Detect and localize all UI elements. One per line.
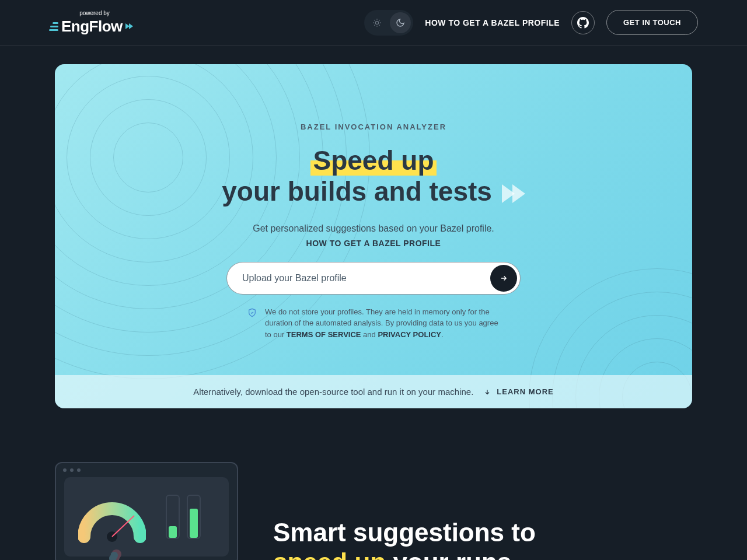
engflow-logo: EngFlow xyxy=(49,18,133,36)
logo-text: EngFlow xyxy=(61,18,123,36)
dark-mode-button[interactable] xyxy=(390,12,411,33)
disclaimer-text: We do not store your profiles. They are … xyxy=(265,306,500,341)
hero-how-to-link[interactable]: HOW TO GET A BAZEL PROFILE xyxy=(78,239,669,248)
svg-line-2 xyxy=(112,516,134,537)
logo-arrows-icon xyxy=(126,23,133,29)
suggestions-heading-block: Smart suggestions to speed up your runs xyxy=(273,462,536,560)
logo-bars-icon xyxy=(49,22,58,31)
header-nav: HOW TO GET A BAZEL PROFILE GET IN TOUCH xyxy=(364,10,698,36)
tos-link[interactable]: TERMS OF SERVICE xyxy=(287,330,361,339)
arrow-right-icon xyxy=(500,274,508,282)
suggestions-title: Smart suggestions to speed up your runs xyxy=(273,518,536,560)
github-icon xyxy=(577,17,589,29)
gauge-icon xyxy=(78,498,146,539)
site-header: powered by EngFlow HOW TO GET A BAZEL PR… xyxy=(0,0,747,46)
powered-by-label: powered by xyxy=(49,10,110,16)
upload-input[interactable]: Upload your Bazel profile xyxy=(226,262,521,295)
hero-card: BAZEL INVOCATION ANALYZER Speed up your … xyxy=(55,64,692,408)
hero-footer-text: Alternatively, download the open-source … xyxy=(193,387,473,397)
arrow-down-icon xyxy=(484,388,491,396)
disclaimer: We do not store your profiles. They are … xyxy=(226,306,521,341)
hero-eyebrow: BAZEL INVOCATION ANALYZER xyxy=(78,123,669,131)
dashboard-illustration xyxy=(55,462,238,560)
accent-text: speed up xyxy=(273,548,386,560)
github-button[interactable] xyxy=(571,11,595,34)
shield-icon xyxy=(247,307,257,318)
double-arrow-icon xyxy=(504,184,525,203)
window-titlebar xyxy=(56,463,237,477)
privacy-link[interactable]: PRIVACY POLICY xyxy=(378,330,441,339)
bars-icon xyxy=(166,495,201,539)
get-in-touch-button[interactable]: GET IN TOUCH xyxy=(606,10,698,35)
hero-title: Speed up your builds and tests xyxy=(78,145,669,207)
upload-submit-button[interactable] xyxy=(490,265,517,292)
learn-more-link[interactable]: LEARN MORE xyxy=(484,387,553,396)
upload-placeholder: Upload your Bazel profile xyxy=(242,273,347,284)
svg-point-0 xyxy=(376,21,379,24)
nav-link-bazel-profile[interactable]: HOW TO GET A BAZEL PROFILE xyxy=(425,18,560,27)
sun-icon xyxy=(372,18,382,27)
light-mode-button[interactable] xyxy=(366,12,388,33)
hero-subtitle: Get personalized suggestions based on yo… xyxy=(78,223,669,234)
suggestions-section: Smart suggestions to speed up your runs xyxy=(0,408,747,560)
logo-block[interactable]: powered by EngFlow xyxy=(49,10,133,36)
abstract-shape-icon xyxy=(109,548,125,560)
hero-title-highlight: Speed up xyxy=(310,145,436,176)
hero-title-rest: your builds and tests xyxy=(222,176,492,206)
hero-section: BAZEL INVOCATION ANALYZER Speed up your … xyxy=(0,46,747,408)
hero-footer: Alternatively, download the open-source … xyxy=(55,375,692,408)
theme-toggle[interactable] xyxy=(364,10,413,36)
window-mockup xyxy=(55,462,238,560)
moon-icon xyxy=(396,18,405,27)
